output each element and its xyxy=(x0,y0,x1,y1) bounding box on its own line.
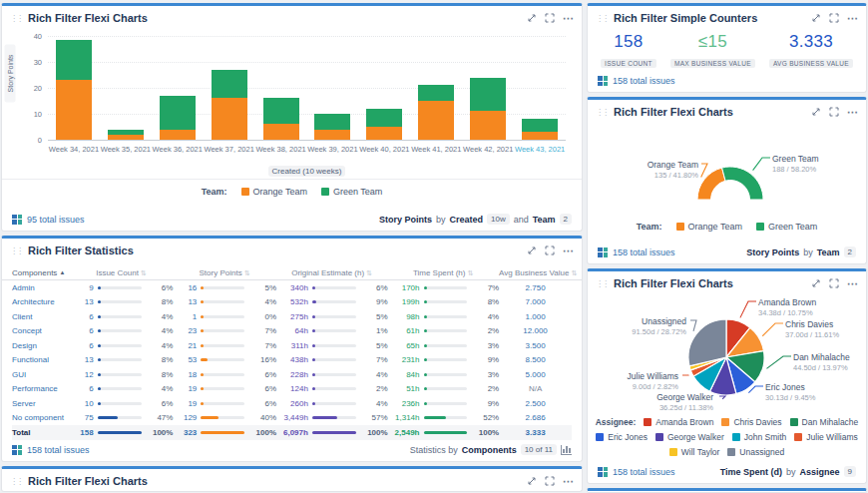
component-link[interactable]: Architecture xyxy=(12,297,70,306)
collapse-icon[interactable] xyxy=(527,476,537,486)
bar-segment-green-team[interactable] xyxy=(470,78,506,112)
component-link[interactable]: Performance xyxy=(12,384,70,393)
more-menu-icon[interactable]: ⋯ xyxy=(847,15,858,21)
collapse-icon[interactable] xyxy=(527,246,537,255)
collapse-icon[interactable] xyxy=(811,107,821,117)
total-issues-link[interactable]: 158 total issues xyxy=(598,247,675,257)
collapse-icon[interactable] xyxy=(527,13,537,23)
bar-segment-green-team[interactable] xyxy=(366,109,402,127)
legend-item-will-taylor[interactable]: Will Taylor xyxy=(669,447,720,457)
total-issues-link[interactable]: 158 total issues xyxy=(598,76,675,86)
legend-item-chris-davies[interactable]: Chris Davies xyxy=(721,417,781,427)
component-link[interactable]: Client xyxy=(12,312,70,321)
stacked-bar[interactable] xyxy=(56,40,92,140)
donut-slice-orange-team[interactable] xyxy=(697,168,725,200)
bar-segment-orange-team[interactable] xyxy=(212,98,247,140)
sort-icon[interactable]: ⇅ xyxy=(244,269,250,276)
donut-chart[interactable] xyxy=(588,120,867,222)
more-menu-icon[interactable]: ⋯ xyxy=(563,15,574,21)
drag-handle-icon[interactable]: ⋮⋮ xyxy=(10,14,22,23)
drag-handle-icon[interactable]: ⋮⋮ xyxy=(10,246,22,255)
legend-item-orange-team[interactable]: Orange Team xyxy=(241,187,307,197)
stacked-bar[interactable] xyxy=(160,96,196,140)
legend-item-eric-jones[interactable]: Eric Jones xyxy=(596,432,648,442)
component-link[interactable]: No component xyxy=(12,413,70,422)
sort-icon[interactable]: ▲ xyxy=(60,269,66,275)
component-link[interactable]: Concept xyxy=(12,326,70,335)
sort-icon[interactable]: ⇅ xyxy=(366,269,372,276)
bar-segment-orange-team[interactable] xyxy=(522,132,558,140)
drag-handle-icon[interactable]: ⋮⋮ xyxy=(596,14,608,23)
drag-handle-icon[interactable]: ⋮⋮ xyxy=(596,108,608,117)
total-issues-link[interactable]: 95 total issues xyxy=(12,215,85,225)
column-header-components[interactable]: Components ▲ xyxy=(12,268,70,277)
bar-segment-green-team[interactable] xyxy=(314,114,350,130)
legend-item-green-team[interactable]: Green Team xyxy=(756,222,817,232)
sort-icon[interactable]: ⇅ xyxy=(141,269,147,276)
counter-issue-count[interactable]: 158 ISSUE COUNT xyxy=(601,32,656,70)
stacked-bar[interactable] xyxy=(418,85,454,140)
bar-segment-orange-team[interactable] xyxy=(263,124,299,140)
more-menu-icon[interactable]: ⋯ xyxy=(847,109,858,115)
legend-item-amanda-brown[interactable]: Amanda Brown xyxy=(644,417,713,427)
bar-segment-orange-team[interactable] xyxy=(470,111,506,140)
component-link[interactable]: Design xyxy=(12,341,70,350)
component-link[interactable]: Admin xyxy=(12,283,70,292)
component-link[interactable]: Server xyxy=(12,399,70,408)
stacked-bar[interactable] xyxy=(366,109,402,140)
counter-max-business-value[interactable]: ≤15 MAX BUSINESS VALUE xyxy=(670,32,755,70)
legend-item-unassigned[interactable]: Unassigned xyxy=(727,447,784,457)
legend-item-george-walker[interactable]: George Walker xyxy=(655,432,724,442)
stacked-bar[interactable] xyxy=(470,78,506,140)
bar-segment-green-team[interactable] xyxy=(418,85,454,101)
bar-segment-green-team[interactable] xyxy=(263,98,299,124)
stacked-bar[interactable] xyxy=(108,130,144,140)
more-menu-icon[interactable]: ⋯ xyxy=(563,478,574,484)
donut-slice-green-team[interactable] xyxy=(722,167,763,200)
column-header-issue-count[interactable]: Issue Count ⇅ xyxy=(70,268,174,277)
stacked-bar[interactable] xyxy=(263,98,299,140)
bar-segment-green-team[interactable] xyxy=(212,70,247,99)
expand-icon[interactable] xyxy=(829,107,839,117)
total-issues-link[interactable]: 158 total issues xyxy=(598,467,675,477)
stacked-bar[interactable] xyxy=(212,70,247,140)
bar-segment-green-team[interactable] xyxy=(160,96,196,130)
expand-icon[interactable] xyxy=(545,246,555,255)
bar-segment-orange-team[interactable] xyxy=(160,130,196,140)
counter-avg-business-value[interactable]: 3.333 AVG BUSINESS VALUE xyxy=(769,32,853,70)
pie-slice-unassigned[interactable] xyxy=(688,319,726,366)
legend-item-orange-team[interactable]: Orange Team xyxy=(676,222,742,232)
column-header-story-points[interactable]: Story Points ⇅ xyxy=(173,268,276,277)
collapse-icon[interactable] xyxy=(811,13,821,23)
bar-segment-orange-team[interactable] xyxy=(418,101,454,140)
bar-segment-green-team[interactable] xyxy=(56,40,92,80)
bar-segment-orange-team[interactable] xyxy=(56,80,92,140)
legend-item-john-smith[interactable]: John Smith xyxy=(732,432,787,442)
stacked-bar[interactable] xyxy=(522,119,558,140)
expand-icon[interactable] xyxy=(545,476,555,486)
more-menu-icon[interactable]: ⋯ xyxy=(847,280,858,286)
bar-segment-green-team[interactable] xyxy=(522,119,558,132)
expand-icon[interactable] xyxy=(829,278,839,288)
drag-handle-icon[interactable]: ⋮⋮ xyxy=(596,279,608,288)
bar-segment-orange-team[interactable] xyxy=(108,135,144,140)
expand-icon[interactable] xyxy=(545,13,555,23)
more-menu-icon[interactable]: ⋯ xyxy=(563,247,574,253)
bar-segment-orange-team[interactable] xyxy=(314,130,350,140)
legend-item-green-team[interactable]: Green Team xyxy=(321,187,382,197)
stacked-bar[interactable] xyxy=(314,114,350,140)
column-header-avg-business-value[interactable]: Avg Business Value ⇅ xyxy=(499,268,572,277)
component-link[interactable]: GUI xyxy=(12,370,70,379)
column-header-original-estimate-h-[interactable]: Original Estimate (h) ⇅ xyxy=(276,268,388,277)
switch-to-chart-icon[interactable] xyxy=(561,445,572,455)
expand-icon[interactable] xyxy=(829,13,839,23)
sort-icon[interactable]: ⇅ xyxy=(572,269,578,276)
legend-item-dan-mihalache[interactable]: Dan Mihalache xyxy=(790,417,859,427)
component-link[interactable]: Functional xyxy=(12,355,70,364)
sort-icon[interactable]: ⇅ xyxy=(468,269,474,276)
legend-item-julie-williams[interactable]: Julie Williams xyxy=(794,432,857,442)
bar-segment-orange-team[interactable] xyxy=(366,127,402,140)
total-issues-link[interactable]: 158 total issues xyxy=(12,445,90,455)
drag-handle-icon[interactable]: ⋮⋮ xyxy=(10,477,22,486)
column-header-time-spent-h-[interactable]: Time Spent (h) ⇅ xyxy=(387,268,499,277)
